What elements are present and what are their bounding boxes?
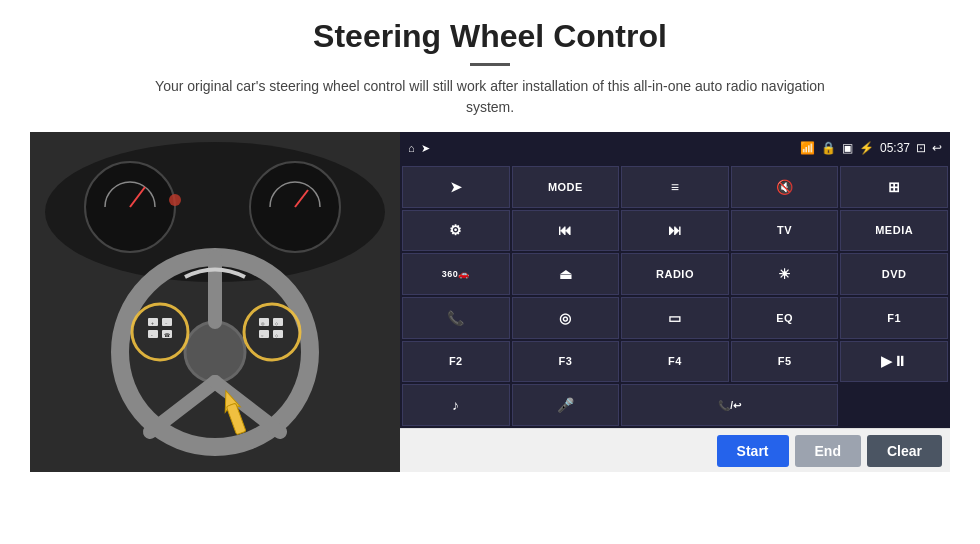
sd-icon: ▣ xyxy=(842,141,853,155)
eject-button[interactable]: ⏏ xyxy=(512,253,620,295)
lock-icon: 🔒 xyxy=(821,141,836,155)
music-button[interactable]: ♪ xyxy=(402,384,510,426)
content-row: + - ~ ☎ ◎ ◇ ○ ◇ xyxy=(30,132,950,472)
status-left: ⌂ ➤ xyxy=(408,142,430,155)
window-icon: ⊡ xyxy=(916,141,926,155)
settings-button[interactable]: ⚙ xyxy=(402,210,510,252)
title-divider xyxy=(470,63,510,66)
mic-button[interactable]: 🎤 xyxy=(512,384,620,426)
page-container: Steering Wheel Control Your original car… xyxy=(0,0,980,544)
f4-button[interactable]: F4 xyxy=(621,341,729,383)
f3-button[interactable]: F3 xyxy=(512,341,620,383)
f5-button[interactable]: F5 xyxy=(731,341,839,383)
wifi-icon: 📶 xyxy=(800,141,815,155)
action-bar: Start End Clear xyxy=(400,428,950,472)
screen-button[interactable]: ▭ xyxy=(621,297,729,339)
svg-point-8 xyxy=(185,322,245,382)
send-icon: ➤ xyxy=(421,142,430,155)
phone-button[interactable]: 📞 xyxy=(402,297,510,339)
nav-button[interactable]: ➤ xyxy=(402,166,510,208)
status-right: 📶 🔒 ▣ ⚡ 05:37 ⊡ ↩ xyxy=(800,141,942,155)
page-subtitle: Your original car's steering wheel contr… xyxy=(150,76,830,118)
svg-text:+: + xyxy=(151,320,154,326)
mute-button[interactable]: 🔇 xyxy=(731,166,839,208)
steering-wheel-image: + - ~ ☎ ◎ ◇ ○ ◇ xyxy=(30,132,400,472)
svg-rect-15 xyxy=(148,330,158,338)
eq-button[interactable]: EQ xyxy=(731,297,839,339)
cam360-button[interactable]: 360🚗 xyxy=(402,253,510,295)
radio-button[interactable]: RADIO xyxy=(621,253,729,295)
start-button[interactable]: Start xyxy=(717,435,789,467)
prev-button[interactable]: ⏮ xyxy=(512,210,620,252)
control-panel: ⌂ ➤ 📶 🔒 ▣ ⚡ 05:37 ⊡ ↩ ➤ MODE ≡ 🔇 xyxy=(400,132,950,472)
status-bar: ⌂ ➤ 📶 🔒 ▣ ⚡ 05:37 ⊡ ↩ xyxy=(400,132,950,164)
brightness-button[interactable]: ☀ xyxy=(731,253,839,295)
tv-button[interactable]: TV xyxy=(731,210,839,252)
steering-svg: + - ~ ☎ ◎ ◇ ○ ◇ xyxy=(30,132,400,472)
list-button[interactable]: ≡ xyxy=(621,166,729,208)
call-button[interactable]: 📞/↩ xyxy=(621,384,838,426)
playpause-button[interactable]: ▶⏸ xyxy=(840,341,948,383)
dvd-button[interactable]: DVD xyxy=(840,253,948,295)
svg-point-6 xyxy=(169,194,181,206)
end-button[interactable]: End xyxy=(795,435,861,467)
f2-button[interactable]: F2 xyxy=(402,341,510,383)
nav2-button[interactable]: ◎ xyxy=(512,297,620,339)
f1-button[interactable]: F1 xyxy=(840,297,948,339)
svg-text:☎: ☎ xyxy=(164,332,170,338)
bluetooth-icon: ⚡ xyxy=(859,141,874,155)
next-button[interactable]: ⏭ xyxy=(621,210,729,252)
apps-button[interactable]: ⊞ xyxy=(840,166,948,208)
mode-button[interactable]: MODE xyxy=(512,166,620,208)
time-display: 05:37 xyxy=(880,141,910,155)
media-button[interactable]: MEDIA xyxy=(840,210,948,252)
home-icon[interactable]: ⌂ xyxy=(408,142,415,154)
clear-button[interactable]: Clear xyxy=(867,435,942,467)
back-icon[interactable]: ↩ xyxy=(932,141,942,155)
button-grid: ➤ MODE ≡ 🔇 ⊞ ⚙ ⏮ ⏭ TV MEDIA 360🚗 ⏏ RADIO… xyxy=(400,164,950,428)
page-title: Steering Wheel Control xyxy=(313,18,667,55)
